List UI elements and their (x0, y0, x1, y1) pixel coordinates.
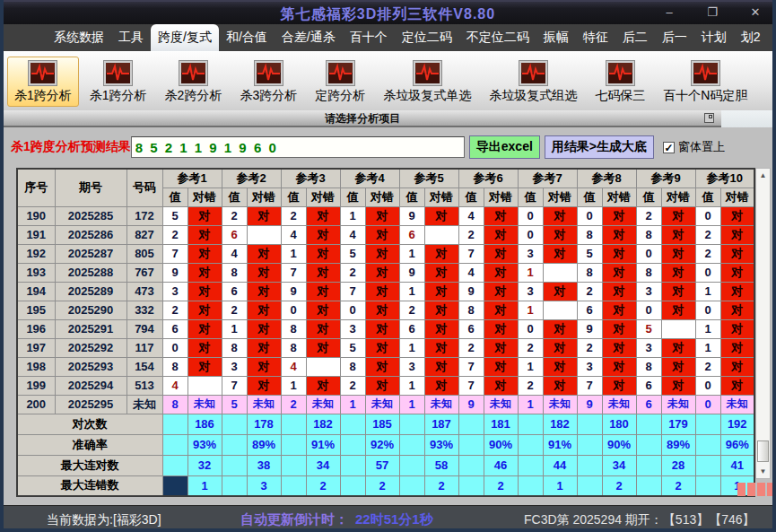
menu-item-13[interactable]: 划2 (734, 24, 768, 51)
cell-result: 对 (602, 225, 636, 244)
menu-item-3[interactable]: 和/合值 (219, 24, 275, 51)
window-on-top-checkbox[interactable]: ✓ (663, 142, 675, 153)
panel-expand-icon[interactable] (704, 113, 714, 123)
menu-item-1[interactable]: 工具 (111, 24, 151, 51)
table-row: 19620252917946对1对8对3对6对6对0对9对51对 (17, 319, 754, 338)
menu-item-10[interactable]: 后二 (615, 24, 655, 51)
vertical-scrollbar[interactable]: ▲ ▼ (755, 168, 771, 479)
cell-result: 对 (187, 244, 222, 263)
table-row: 19520252903322对2对0对0对2对8对16对0对0对 (17, 301, 754, 319)
menu-item-9[interactable]: 特征 (576, 24, 615, 51)
tool-button-4[interactable]: 定跨分析 (308, 57, 372, 107)
summary-spacer (636, 434, 661, 455)
cell-value: 3 (636, 282, 661, 301)
summary-value: 58 (424, 455, 458, 475)
menu-item-11[interactable]: 后一 (655, 24, 694, 51)
export-excel-button[interactable]: 导出excel (469, 135, 540, 159)
cell-period: 2025288 (55, 263, 126, 282)
cell-value: 2 (222, 206, 247, 225)
menu-item-7[interactable]: 不定位二码 (459, 24, 536, 51)
scrollbar-thumb[interactable] (757, 440, 769, 462)
cell-value: 4 (222, 244, 247, 263)
ref-header-8: 参考8 (577, 169, 636, 188)
cell-value: 6 (636, 376, 661, 395)
cell-value: 3 (340, 319, 365, 338)
tool-button-0[interactable]: 杀1跨分析 (7, 57, 79, 107)
cell-value: 6 (636, 395, 661, 414)
tool-button-5[interactable]: 杀垃圾复式单选 (376, 57, 478, 107)
cell-result: 对 (365, 301, 399, 319)
cell-seq: 193 (17, 263, 55, 282)
tool-button-label: 杀垃圾复式组选 (489, 88, 577, 104)
minimize-button[interactable]: – (658, 4, 681, 22)
cell-result: 对 (247, 338, 281, 357)
sub-header-result: 对错 (543, 188, 577, 206)
sub-header-value: 值 (695, 188, 720, 206)
cell-number: 332 (126, 301, 162, 319)
tool-button-2[interactable]: 杀2跨分析 (158, 57, 230, 107)
summary-spacer (162, 455, 187, 475)
summary-value: 96% (720, 434, 754, 455)
menu-item-6[interactable]: 定位二码 (395, 24, 459, 51)
cell-result: 对 (484, 319, 518, 338)
cell-value: 0 (695, 395, 720, 414)
summary-row: 准确率93%89%91%92%93%90%91%90%89%96% (17, 434, 754, 455)
waveform-icon (254, 60, 283, 86)
ref-header-7: 参考7 (518, 169, 577, 188)
cell-result: 对 (602, 357, 636, 376)
cell-value: 9 (399, 206, 424, 225)
tool-button-6[interactable]: 杀垃圾复式组选 (482, 57, 584, 107)
menu-item-0[interactable]: 系统数据 (47, 24, 111, 51)
tool-button-label: 杀2跨分析 (165, 88, 222, 104)
cell-result: 对 (543, 225, 577, 244)
tool-button-3[interactable]: 杀3跨分析 (232, 57, 304, 107)
summary-spacer (636, 455, 661, 475)
summary-value: 2 (365, 475, 399, 496)
cell-value: 1 (399, 282, 424, 301)
menu-item-12[interactable]: 计划 (694, 24, 734, 51)
summary-spacer (222, 475, 247, 496)
menu-item-2[interactable]: 跨度/复式 (151, 24, 219, 51)
menu-item-8[interactable]: 振幅 (536, 24, 576, 51)
cell-result: 对 (187, 206, 222, 225)
generate-from-result-button[interactable]: 用结果>生成大底 (545, 135, 654, 159)
cell-result (661, 319, 695, 338)
scroll-up-icon[interactable]: ▲ (756, 169, 770, 182)
cell-result: 对 (720, 319, 754, 338)
menu-item-5[interactable]: 百十个 (343, 24, 395, 51)
scroll-down-icon[interactable]: ▼ (756, 465, 770, 478)
sub-header-result: 对错 (247, 188, 281, 206)
tool-button-1[interactable]: 杀1跨分析 (83, 57, 154, 107)
tool-button-7[interactable]: 七码保三 (588, 57, 652, 107)
tool-button-8[interactable]: 百十个N码定胆 (656, 57, 754, 107)
menu-item-4[interactable]: 合差/通杀 (275, 24, 343, 51)
cell-value: 8 (162, 357, 187, 376)
cell-period: 2025289 (55, 282, 126, 301)
cell-result: 对 (661, 282, 695, 301)
sub-header-result: 对错 (306, 188, 340, 206)
cell-value: 8 (162, 395, 187, 414)
summary-spacer (340, 455, 365, 475)
cell-result: 对 (187, 338, 222, 357)
summary-value: 38 (247, 455, 281, 475)
cell-value: 4 (458, 206, 484, 225)
main-content: 杀1跨度分析预测结果 导出excel 用结果>生成大底 ✓ 窗体置上 序号期号号… (4, 129, 772, 505)
cell-seq: 195 (17, 301, 55, 319)
prediction-result-input[interactable] (131, 136, 465, 158)
summary-row: 最大连对数32383457584644342841 (17, 455, 754, 475)
restore-button[interactable]: ❐ (701, 4, 724, 22)
sub-header-result: 对错 (602, 188, 636, 206)
cell-result: 对 (484, 301, 518, 319)
cell-result: 对 (543, 357, 577, 376)
tool-button-label: 杀垃圾复式单选 (383, 88, 471, 104)
cell-value: 9 (281, 282, 306, 301)
summary-value: 178 (247, 414, 281, 434)
summary-spacer (518, 434, 543, 455)
table-row: 19720252921170对8对8对5对1对2对2对2对3对1对 (17, 338, 754, 357)
cell-result: 未知 (306, 395, 340, 414)
cell-value: 4 (281, 225, 306, 244)
cell-value: 0 (636, 301, 661, 319)
cell-result: 对 (543, 244, 577, 263)
cell-value: 8 (577, 263, 602, 282)
close-button[interactable]: ✕ (744, 4, 767, 22)
